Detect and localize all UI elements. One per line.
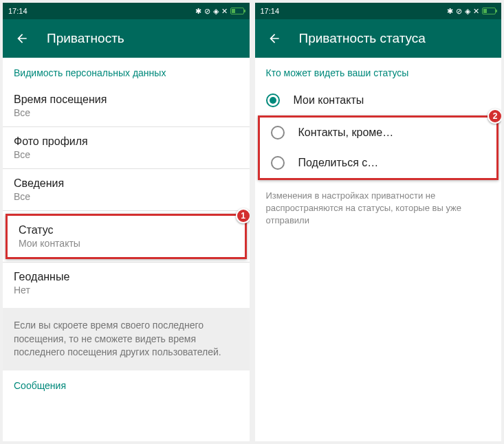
item-label: Сведения (14, 177, 239, 190)
disclaimer-text: Изменения в настройках приватности не ра… (255, 180, 502, 237)
item-sub: Нет (14, 285, 239, 296)
status-time: 17:14 (8, 7, 28, 15)
highlighted-options: Контакты, кроме… Поделиться с… (258, 115, 499, 180)
status-icons: ✱ ⊘ ◈ ✕ (195, 7, 244, 16)
bluetooth-icon: ✱ (195, 7, 201, 16)
appbar-title: Приватность (47, 31, 124, 46)
list-item-photo[interactable]: Фото профиля Все (3, 127, 250, 168)
dnd-icon: ⊘ (204, 7, 210, 16)
phone-right: 17:14 ✱ ⊘ ◈ ✕ Приватность статуса Кто мо… (255, 3, 502, 441)
item-sub: Все (14, 191, 239, 202)
dnd-icon: ⊘ (456, 7, 462, 16)
radio-label: Контакты, кроме… (298, 126, 394, 139)
item-sub: Все (14, 149, 239, 160)
item-label: Статус (19, 224, 234, 236)
item-sub: Все (14, 107, 239, 118)
radio-my-contacts[interactable]: Мои контакты (255, 85, 502, 115)
section-header: Кто может видеть ваши статусы (255, 58, 502, 85)
appbar: Приватность (3, 19, 250, 58)
battery-icon (230, 8, 244, 14)
phone-left: 17:14 ✱ ⊘ ◈ ✕ Приватность Видимость перс… (3, 3, 250, 441)
appbar: Приватность статуса (255, 19, 502, 58)
status-icons: ✱ ⊘ ◈ ✕ (447, 7, 496, 16)
appbar-title: Приватность статуса (299, 31, 426, 46)
no-signal-icon: ✕ (221, 7, 228, 16)
list-item-status[interactable]: Статус Мои контакты (6, 214, 247, 259)
radio-icon (271, 156, 285, 170)
radio-label: Мои контакты (294, 94, 364, 107)
info-box: Если вы скроете время своего последнего … (3, 308, 250, 370)
item-label: Время посещения (14, 93, 239, 106)
content[interactable]: Видимость персональных данных Время посе… (3, 58, 250, 441)
item-label: Фото профиля (14, 135, 239, 148)
statusbar: 17:14 ✱ ⊘ ◈ ✕ (255, 3, 502, 19)
messages-link: Сообщения (3, 370, 250, 401)
no-signal-icon: ✕ (473, 7, 479, 16)
radio-contacts-except[interactable]: Контакты, кроме… (260, 118, 497, 148)
battery-icon (482, 8, 496, 14)
annotation-badge-1: 1 (236, 208, 250, 223)
sim-icon: ◈ (465, 7, 470, 16)
status-time: 17:14 (261, 7, 280, 15)
radio-share-with[interactable]: Поделиться с… (260, 148, 497, 178)
annotation-badge-2: 2 (487, 109, 501, 124)
item-sub: Мои контакты (19, 238, 234, 249)
content[interactable]: Кто может видеть ваши статусы Мои контак… (255, 58, 502, 441)
radio-icon (266, 93, 280, 107)
statusbar: 17:14 ✱ ⊘ ◈ ✕ (3, 3, 250, 19)
radio-label: Поделиться с… (298, 157, 379, 169)
sim-icon: ◈ (213, 7, 219, 16)
back-button[interactable] (266, 30, 283, 47)
back-button[interactable] (14, 30, 30, 47)
bluetooth-icon: ✱ (447, 7, 453, 16)
list-item-about[interactable]: Сведения Все (3, 169, 250, 210)
item-label: Геоданные (14, 271, 239, 283)
list-item-last-seen[interactable]: Время посещения Все (3, 85, 250, 126)
radio-icon (271, 126, 285, 140)
list-item-location[interactable]: Геоданные Нет (3, 263, 250, 304)
section-header: Видимость персональных данных (3, 58, 250, 85)
